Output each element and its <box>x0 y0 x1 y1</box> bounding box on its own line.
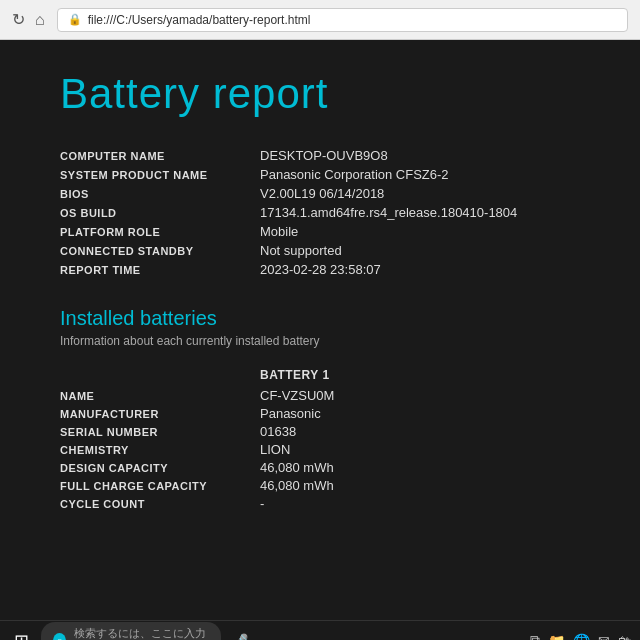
battery-value-6: - <box>260 496 264 511</box>
task-view-icon[interactable]: ⧉ <box>530 632 540 640</box>
info-row-3: OS BUILD 17134.1.amd64fre.rs4_release.18… <box>60 205 580 220</box>
info-label-3: OS BUILD <box>60 207 260 219</box>
info-value-3: 17134.1.amd64fre.rs4_release.180410-1804 <box>260 205 517 220</box>
info-label-0: COMPUTER NAME <box>60 150 260 162</box>
info-label-report-time: REPORT TIME <box>60 264 260 276</box>
battery-row-6: CYCLE COUNT - <box>60 496 580 511</box>
battery-label-3: CHEMISTRY <box>60 444 260 456</box>
battery-label-4: DESIGN CAPACITY <box>60 462 260 474</box>
battery-col-spacer <box>60 368 260 382</box>
taskbar-system-icons: ⧉ 📁 🌐 ✉ 🛍 <box>530 632 632 640</box>
battery-col-header: BATTERY 1 <box>260 368 330 382</box>
browser-icon[interactable]: 🌐 <box>573 633 590 641</box>
info-value-1: Panasonic Corporation CFSZ6-2 <box>260 167 449 182</box>
batteries-section: Installed batteries Information about ea… <box>60 307 580 511</box>
nav-icons: ↻ ⌂ <box>12 10 45 29</box>
info-label-4: PLATFORM ROLE <box>60 226 260 238</box>
home-icon[interactable]: ⌂ <box>35 11 45 29</box>
security-icon: 🔒 <box>68 13 82 26</box>
battery-row-5: FULL CHARGE CAPACITY 46,080 mWh <box>60 478 580 493</box>
battery-row-0: NAME CF-VZSU0M <box>60 388 580 403</box>
microphone-icon[interactable]: 🎤 <box>227 629 252 641</box>
address-text: file:///C:/Users/yamada/battery-report.h… <box>88 13 311 27</box>
search-placeholder-text: 検索するには、ここに入力しまず <box>74 626 209 641</box>
battery-table: BATTERY 1 NAME CF-VZSU0M MANUFACTURER Pa… <box>60 368 580 511</box>
battery-label-2: SERIAL NUMBER <box>60 426 260 438</box>
browser-chrome: ↻ ⌂ 🔒 file:///C:/Users/yamada/battery-re… <box>0 0 640 40</box>
battery-value-4: 46,080 mWh <box>260 460 334 475</box>
taskbar-search[interactable]: ○ 検索するには、ここに入力しまず <box>41 622 221 641</box>
info-row-1: SYSTEM PRODUCT NAME Panasonic Corporatio… <box>60 167 580 182</box>
info-value-6: 2023-02-28 23:58:07 <box>260 262 381 277</box>
info-row-0: COMPUTER NAME DESKTOP-OUVB9O8 <box>60 148 580 163</box>
info-row-6: REPORT TIME 2023-02-28 23:58:07 <box>60 262 580 277</box>
battery-value-3: LION <box>260 442 290 457</box>
battery-row-3: CHEMISTRY LION <box>60 442 580 457</box>
info-label-1: SYSTEM PRODUCT NAME <box>60 169 260 181</box>
info-row-4: PLATFORM ROLE Mobile <box>60 224 580 239</box>
battery-value-1: Panasonic <box>260 406 321 421</box>
battery-header-row: BATTERY 1 <box>60 368 580 382</box>
info-value-0: DESKTOP-OUVB9O8 <box>260 148 388 163</box>
report-title: Battery report <box>60 70 580 118</box>
page-content: Battery report COMPUTER NAME DESKTOP-OUV… <box>0 40 640 620</box>
system-info-table: COMPUTER NAME DESKTOP-OUVB9O8 SYSTEM PRO… <box>60 148 580 277</box>
folder-icon[interactable]: 📁 <box>548 633 565 641</box>
battery-value-0: CF-VZSU0M <box>260 388 334 403</box>
battery-label-5: FULL CHARGE CAPACITY <box>60 480 260 492</box>
battery-label-0: NAME <box>60 390 260 402</box>
store-icon[interactable]: 🛍 <box>618 633 632 641</box>
battery-row-1: MANUFACTURER Panasonic <box>60 406 580 421</box>
info-row-2: BIOS V2.00L19 06/14/2018 <box>60 186 580 201</box>
back-icon[interactable]: ↻ <box>12 10 25 29</box>
info-row-5: CONNECTED STANDBY Not supported <box>60 243 580 258</box>
battery-label-6: CYCLE COUNT <box>60 498 260 510</box>
info-label-connected-standby: CONNECTED STANDBY <box>60 245 260 257</box>
taskbar: ⊞ ○ 検索するには、ここに入力しまず 🎤 ⧉ 📁 🌐 ✉ 🛍 <box>0 620 640 640</box>
batteries-subtitle: Information about each currently install… <box>60 334 580 348</box>
cortana-icon: ○ <box>53 633 66 641</box>
info-value-4: Mobile <box>260 224 298 239</box>
start-button[interactable]: ⊞ <box>8 626 35 641</box>
battery-row-2: SERIAL NUMBER 01638 <box>60 424 580 439</box>
mail-icon[interactable]: ✉ <box>598 633 610 641</box>
info-label-2: BIOS <box>60 188 260 200</box>
info-value-5: Not supported <box>260 243 342 258</box>
battery-row-4: DESIGN CAPACITY 46,080 mWh <box>60 460 580 475</box>
battery-label-1: MANUFACTURER <box>60 408 260 420</box>
batteries-title: Installed batteries <box>60 307 580 330</box>
info-value-2: V2.00L19 06/14/2018 <box>260 186 384 201</box>
address-bar[interactable]: 🔒 file:///C:/Users/yamada/battery-report… <box>57 8 628 32</box>
battery-value-2: 01638 <box>260 424 296 439</box>
battery-value-5: 46,080 mWh <box>260 478 334 493</box>
